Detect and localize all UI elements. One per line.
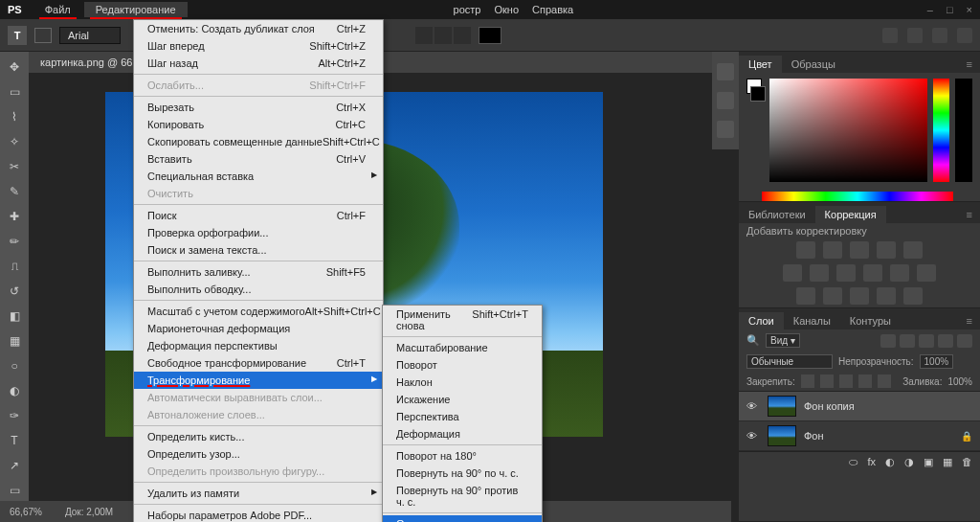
tab-paths[interactable]: Контуры (840, 312, 901, 329)
menu-item[interactable]: Марионеточная деформация (134, 320, 383, 337)
menu-file[interactable]: Файл (33, 2, 82, 17)
brushes-panel-icon[interactable] (717, 121, 734, 138)
menu-item[interactable]: Наборы параметров Adobe PDF... (134, 507, 383, 522)
shape-tool-icon[interactable]: ▭ (5, 481, 24, 500)
photo-filter-icon[interactable] (863, 264, 882, 282)
menu-item[interactable]: Деформация перспективы (134, 337, 383, 354)
lock-position-icon[interactable] (839, 374, 853, 388)
new-layer-icon[interactable]: ▦ (943, 456, 952, 468)
new-fill-icon[interactable]: ◑ (904, 456, 914, 468)
path-select-icon[interactable]: ↗ (5, 456, 24, 475)
filter-smart-icon[interactable] (957, 334, 972, 348)
mask-icon[interactable]: ◐ (885, 456, 895, 468)
menu-item[interactable]: Выполнить заливку...Shift+F5 (134, 263, 383, 281)
crop-tool-icon[interactable]: ✂ (5, 157, 24, 176)
menu-item-partial[interactable]: ростр (448, 2, 487, 17)
history-brush-icon[interactable]: ↺ (5, 282, 24, 301)
align-right-icon[interactable] (454, 27, 471, 44)
lock-all-icon[interactable] (878, 374, 891, 388)
eraser-tool-icon[interactable]: ◧ (5, 306, 24, 326)
invert-icon[interactable] (796, 287, 815, 305)
clone-tool-icon[interactable]: ⎍ (5, 257, 24, 276)
panel-toggle-icon[interactable] (957, 28, 972, 43)
tab-channels[interactable]: Каналы (784, 312, 840, 329)
menu-item[interactable]: Определить кисть... (134, 428, 383, 445)
menu-item[interactable]: ПоискCtrl+F (134, 207, 383, 224)
new-group-icon[interactable]: ▣ (924, 456, 933, 468)
submenu-item[interactable]: Деформация (383, 425, 542, 443)
text-color-swatch[interactable] (479, 27, 501, 44)
filter-type-icon[interactable] (919, 334, 934, 348)
marquee-tool-icon[interactable]: ▭ (5, 82, 24, 102)
layer-row[interactable]: 👁Фон копия (739, 392, 980, 421)
actions-panel-icon[interactable] (717, 92, 734, 109)
submenu-item[interactable]: Перспектива (383, 408, 542, 425)
pen-tool-icon[interactable]: ✑ (5, 406, 24, 425)
submenu-item[interactable]: Искажение (383, 391, 542, 408)
menu-item[interactable]: Трансформирование (134, 372, 383, 389)
text-orientation-toggle[interactable] (34, 28, 52, 43)
menu-item[interactable]: Отменить: Создать дубликат слояCtrl+Z (134, 20, 383, 37)
hue-sat-icon[interactable] (783, 264, 802, 282)
panel-menu-icon[interactable]: ≡ (959, 56, 980, 73)
menu-item[interactable]: Удалить из памяти (134, 485, 383, 502)
menu-item[interactable]: ВставитьCtrl+V (134, 150, 383, 168)
submenu-item[interactable]: Масштабирование (383, 339, 542, 356)
submenu-item[interactable]: Наклон (383, 374, 542, 391)
char-panel-icon[interactable] (907, 28, 923, 43)
exposure-icon[interactable] (877, 241, 896, 259)
tab-layers[interactable]: Слои (739, 312, 784, 329)
curves-icon[interactable] (850, 241, 869, 259)
search-icon[interactable]: 🔍 (746, 334, 760, 347)
close-button[interactable]: × (967, 4, 972, 15)
eyedropper-tool-icon[interactable]: ✎ (5, 182, 24, 201)
lock-nesting-icon[interactable] (858, 374, 872, 388)
fx-icon[interactable]: fx (867, 456, 876, 468)
filter-kind-select[interactable]: Вид ▾ (766, 333, 800, 348)
levels-icon[interactable] (823, 241, 842, 259)
delete-layer-icon[interactable]: 🗑 (962, 456, 972, 468)
menu-item[interactable]: Выполнить обводку... (134, 281, 383, 298)
panel-menu-icon[interactable]: ≡ (959, 206, 980, 223)
quick-select-tool-icon[interactable]: ✧ (5, 132, 24, 151)
healing-tool-icon[interactable]: ✚ (5, 207, 24, 226)
color-fg-bg[interactable] (746, 79, 764, 102)
panel-menu-icon[interactable]: ≡ (959, 312, 980, 329)
gradient-tool-icon[interactable]: ▦ (5, 331, 24, 351)
lock-transparent-icon[interactable] (801, 374, 814, 388)
color-balance-icon[interactable] (810, 264, 829, 282)
brush-tool-icon[interactable]: ✏ (5, 232, 24, 251)
type-tool-icon[interactable]: T (5, 431, 24, 450)
menu-item[interactable]: ВырезатьCtrl+X (134, 99, 383, 116)
color-lookup-icon[interactable] (917, 264, 936, 282)
3d-icon[interactable] (932, 28, 947, 43)
lasso-tool-icon[interactable]: ⌇ (5, 107, 24, 126)
tab-adjustments[interactable]: Коррекция (815, 206, 886, 223)
tab-color[interactable]: Цвет (739, 56, 782, 73)
move-tool-icon[interactable]: ✥ (5, 57, 24, 77)
submenu-item[interactable]: Повернуть на 90° по ч. с. (383, 465, 542, 482)
posterize-icon[interactable] (823, 287, 842, 305)
menu-item[interactable]: Специальная вставка (134, 168, 383, 185)
filter-shape-icon[interactable] (938, 334, 953, 348)
text-tool-icon[interactable]: T (8, 26, 27, 45)
tab-libraries[interactable]: Библиотеки (739, 206, 815, 223)
menu-item[interactable]: Шаг назадAlt+Ctrl+Z (134, 55, 383, 72)
submenu-item[interactable]: Применить сноваShift+Ctrl+T (383, 306, 542, 334)
menu-item[interactable]: Проверка орфографии... (134, 224, 383, 241)
layer-row[interactable]: 👁Фон🔒 (739, 421, 980, 451)
zoom-level[interactable]: 66,67% (10, 507, 42, 517)
submenu-item[interactable]: Поворот (383, 356, 542, 374)
filter-adjust-icon[interactable] (900, 334, 915, 348)
layer-name[interactable]: Фон копия (804, 400, 855, 412)
blend-mode-select[interactable]: Обычные (746, 354, 833, 369)
align-center-icon[interactable] (434, 27, 452, 44)
menu-item[interactable]: Свободное трансформированиеCtrl+T (134, 354, 383, 372)
doc-size[interactable]: Док: 2,00M (65, 507, 113, 517)
color-field[interactable] (769, 79, 927, 182)
menu-window[interactable]: Окно (488, 2, 524, 17)
gradient-map-icon[interactable] (877, 287, 896, 305)
minimize-button[interactable]: – (927, 4, 933, 15)
layer-name[interactable]: Фон (804, 430, 824, 442)
tab-swatches[interactable]: Образцы (782, 56, 845, 73)
